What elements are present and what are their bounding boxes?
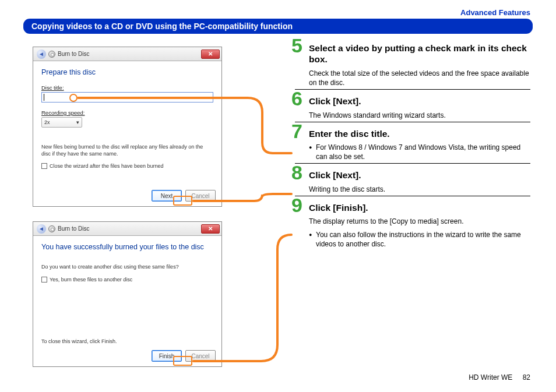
bullet: You can also follow the instructions in … [309, 230, 530, 249]
step-6: 6 Click [Next]. The Windows standard wri… [295, 96, 530, 122]
chevron-down-icon: ▾ [76, 119, 79, 125]
callout-highlight-next [173, 196, 192, 206]
callout-highlight-finish [173, 356, 192, 366]
step-title: Click [Next]. [309, 169, 530, 181]
dialog-heading: Prepare this disc [41, 68, 213, 76]
product-name: HD Writer WE [469, 373, 512, 382]
step-number: 9 [291, 195, 302, 215]
step-title: Select a video by putting a check mark i… [309, 43, 530, 65]
steps-container: 5 Select a video by putting a check mark… [295, 43, 530, 256]
step-7: 7 Enter the disc title. For Windows 8 / … [295, 128, 530, 164]
step-bullets: You can also follow the instructions in … [309, 230, 530, 249]
disc-icon [48, 225, 55, 232]
callout-marker-title [69, 94, 78, 102]
bullet: For Windows 8 / Windows 7 and Windows Vi… [309, 143, 530, 161]
close-wizard-note: To close this wizard, click Finish. [41, 338, 117, 345]
step-number: 7 [291, 121, 302, 141]
step-title: Enter the disc title. [309, 128, 530, 139]
back-icon: ◄ [37, 50, 46, 59]
dialog-titlebar: ◄ Burn to Disc ✕ [33, 222, 221, 236]
close-wizard-label: Close the wizard after the files have be… [50, 163, 164, 169]
burn-another-checkbox[interactable] [41, 277, 47, 282]
step-body: The Windows standard writing wizard star… [309, 111, 530, 120]
step-title: Click [Next]. [309, 96, 530, 107]
disc-title-input[interactable] [41, 92, 213, 103]
dialog-heading: You have successfully burned your files … [41, 243, 213, 251]
step-bullets: For Windows 8 / Windows 7 and Windows Vi… [309, 143, 530, 161]
step-9: 9 Click [Finish]. The display returns to… [295, 202, 530, 250]
speed-value: 2x [44, 119, 50, 125]
step-body: Writing to the disc starts. [309, 185, 530, 194]
disc-title-label: Disc title: [41, 84, 64, 91]
dialog-title: Burn to Disc [58, 51, 89, 57]
page-number: 82 [523, 373, 530, 382]
step-5: 5 Select a video by putting a check mark… [295, 43, 530, 90]
close-wizard-checkbox[interactable] [41, 163, 47, 169]
recording-speed-label: Recording speed: [41, 110, 85, 116]
step-body: Check the total size of the selected vid… [309, 69, 530, 87]
overwrite-note: New files being burned to the disc will … [41, 144, 213, 157]
step-body: The display returns to the [Copy to medi… [309, 217, 530, 226]
step-number: 5 [291, 36, 302, 55]
close-icon[interactable]: ✕ [201, 224, 220, 234]
dialog-title: Burn to Disc [58, 225, 89, 232]
page-footer: HD Writer WE 82 [469, 373, 530, 382]
close-icon[interactable]: ✕ [201, 50, 220, 59]
step-number: 6 [291, 89, 302, 108]
dialog-titlebar: ◄ Burn to Disc ✕ [33, 47, 221, 61]
back-icon: ◄ [37, 224, 46, 234]
section-header: Advanced Features [460, 8, 530, 17]
burn-another-label: Yes, burn these files to another disc [50, 277, 132, 282]
recording-speed-select[interactable]: 2x ▾ [41, 117, 82, 128]
another-disc-question: Do you want to create another disc using… [41, 264, 213, 271]
disc-icon [48, 51, 55, 58]
step-title: Click [Finish]. [309, 202, 530, 213]
step-8: 8 Click [Next]. Writing to the disc star… [295, 169, 530, 196]
burn-dialog-prepare: ◄ Burn to Disc ✕ Prepare this disc Disc … [33, 47, 222, 207]
step-number: 8 [291, 163, 302, 182]
page-title-bar: Copying videos to a CD or DVD using the … [23, 19, 533, 34]
burn-dialog-finished: ◄ Burn to Disc ✕ You have successfully b… [33, 221, 222, 367]
